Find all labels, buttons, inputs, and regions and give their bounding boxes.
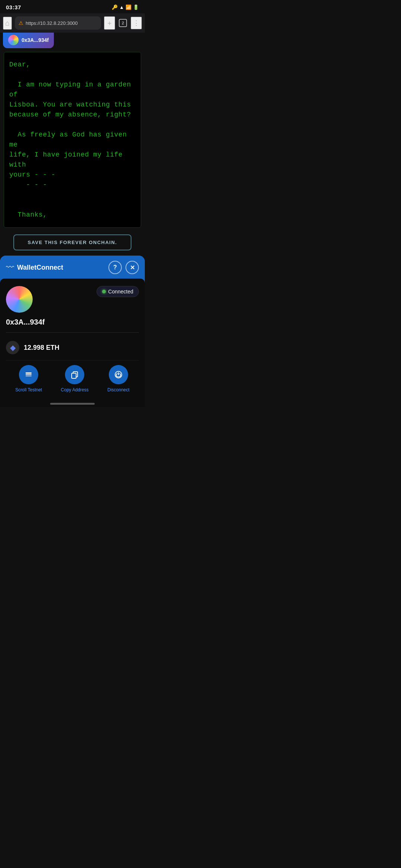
copy-address-icon-btn xyxy=(65,365,84,384)
wc-connected-dot xyxy=(102,290,106,293)
wc-connected-label: Connected xyxy=(108,289,133,295)
wc-actions-row: Scroll Testnet Copy Address xyxy=(6,360,139,400)
wc-avatar-section: 0x3A...934f xyxy=(6,286,45,326)
home-indicator xyxy=(0,400,145,407)
terminal-box: Dear, I am now typing in a garden of Lis… xyxy=(4,52,141,228)
url-text: https://10.32.8.220:3000 xyxy=(26,20,97,26)
browser-bar: ⌂ ⚠ https://10.32.8.220:3000 ＋ 2 ⋮ xyxy=(0,13,145,33)
status-time: 03:37 xyxy=(6,4,21,10)
sim-icon: 🔑 xyxy=(112,4,118,10)
wc-balance-row: ◆ 12.998 ETH xyxy=(6,338,139,360)
eth-icon: ◆ xyxy=(6,341,19,354)
tabs-button[interactable]: 2 xyxy=(119,19,127,27)
wc-logo-icon: 〰 xyxy=(6,263,14,272)
eth-diamond-icon: ◆ xyxy=(10,343,16,352)
disconnect-icon-btn xyxy=(109,365,128,384)
warning-icon: ⚠ xyxy=(19,20,23,26)
menu-button[interactable]: ⋮ xyxy=(131,17,142,29)
home-bar xyxy=(50,403,95,405)
disconnect-label: Disconnect xyxy=(107,387,129,392)
wc-divider xyxy=(6,332,139,333)
save-onchain-button[interactable]: SAVE THIS FOREVER ONCHAIN. xyxy=(13,234,131,250)
eth-balance: 12.998 ETH xyxy=(24,344,59,352)
scroll-testnet-icon-btn xyxy=(19,365,38,384)
wc-action-disconnect[interactable]: Disconnect xyxy=(107,365,129,392)
scroll-testnet-label: Scroll Testnet xyxy=(15,387,42,392)
wc-connected-badge: Connected xyxy=(97,286,139,297)
url-bar[interactable]: ⚠ https://10.32.8.220:3000 xyxy=(15,16,101,30)
wallet-connect-header: 〰 WalletConnect ? ✕ xyxy=(0,256,145,279)
signal-icon: 📶 xyxy=(125,4,131,10)
home-button[interactable]: ⌂ xyxy=(3,17,12,30)
wc-wallet-address: 0x3A...934f xyxy=(6,318,45,326)
svg-rect-2 xyxy=(26,372,32,374)
svg-rect-0 xyxy=(26,375,32,377)
wc-action-scroll-testnet[interactable]: Scroll Testnet xyxy=(15,365,42,392)
terminal-text: Dear, I am now typing in a garden of Lis… xyxy=(9,60,136,220)
wc-help-button[interactable]: ? xyxy=(108,261,122,274)
save-button-container: SAVE THIS FOREVER ONCHAIN. xyxy=(0,228,145,256)
layers-icon xyxy=(24,370,33,379)
browser-actions: ＋ 2 ⋮ xyxy=(104,16,142,30)
wallet-connect-logo: 〰 WalletConnect xyxy=(6,263,63,272)
battery-icon: 🔋 xyxy=(133,4,139,10)
svg-rect-1 xyxy=(26,374,32,375)
wallet-tag[interactable]: 0x3A...934f xyxy=(3,33,54,48)
wallet-connect-body: 0x3A...934f Connected ◆ 12.998 ETH xyxy=(0,279,145,400)
wallet-tag-address: 0x3A...934f xyxy=(22,37,49,43)
wc-avatar xyxy=(6,286,33,313)
disconnect-icon xyxy=(114,370,123,379)
wc-header-actions: ? ✕ xyxy=(108,261,139,274)
status-bar: 03:37 🔑 ▲ 📶 🔋 xyxy=(0,0,145,13)
wc-action-copy-address[interactable]: Copy Address xyxy=(61,365,89,392)
wc-logo-text: WalletConnect xyxy=(17,264,63,272)
wc-close-button[interactable]: ✕ xyxy=(125,261,139,274)
wallet-connect-panel: 〰 WalletConnect ? ✕ 0x3A...934f Connecte… xyxy=(0,256,145,400)
copy-address-label: Copy Address xyxy=(61,387,89,392)
main-content: Dear, I am now typing in a garden of Lis… xyxy=(0,52,145,407)
wc-account-row: 0x3A...934f Connected xyxy=(6,286,139,326)
copy-icon xyxy=(70,370,79,379)
wallet-tag-avatar xyxy=(8,35,19,45)
svg-rect-4 xyxy=(72,373,76,378)
wifi-icon: ▲ xyxy=(119,4,124,10)
status-icons: 🔑 ▲ 📶 🔋 xyxy=(112,4,139,10)
new-tab-button[interactable]: ＋ xyxy=(104,16,115,30)
